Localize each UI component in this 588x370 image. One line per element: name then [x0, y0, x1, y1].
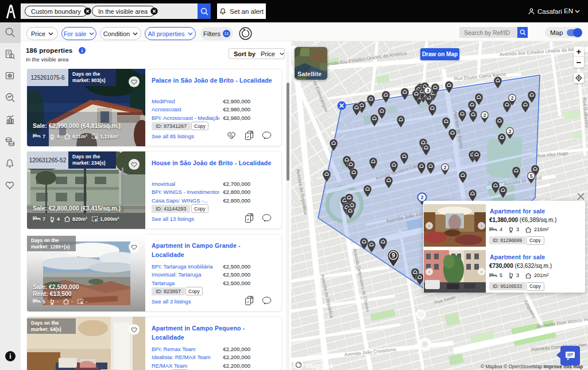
svg-text:9: 9: [392, 252, 395, 259]
svg-text:2: 2: [509, 128, 512, 134]
svg-text:5: 5: [530, 173, 533, 179]
svg-text:2: 2: [444, 165, 447, 170]
svg-text:3: 3: [427, 88, 430, 94]
svg-text:2: 2: [483, 112, 486, 118]
svg-text:2: 2: [511, 95, 514, 101]
svg-text:mapbox: mapbox: [305, 362, 334, 370]
svg-text:2: 2: [421, 194, 424, 200]
